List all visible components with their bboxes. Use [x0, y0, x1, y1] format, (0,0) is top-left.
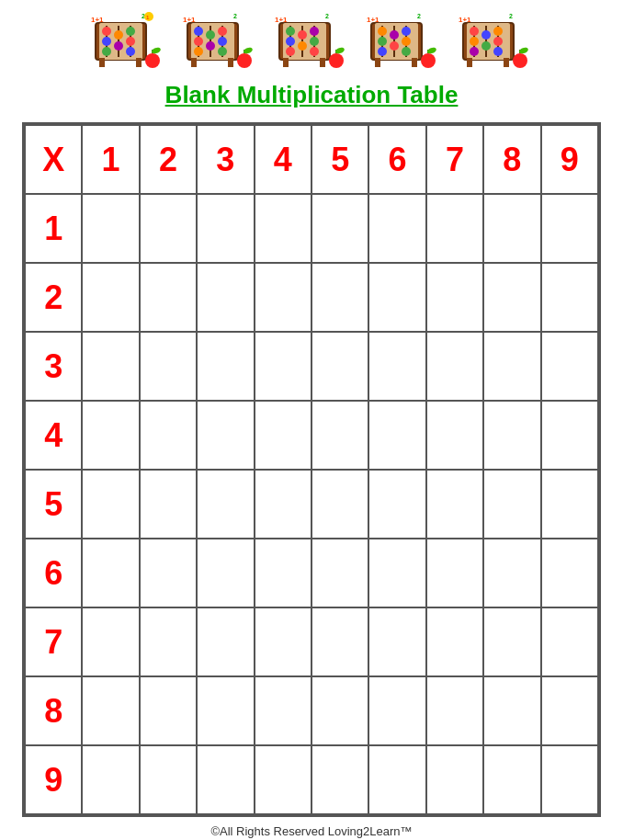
- header-cell-5: 5: [312, 125, 368, 194]
- svg-rect-55: [283, 58, 289, 67]
- table-row: 7: [25, 607, 598, 676]
- blank-cell: [140, 332, 197, 401]
- svg-point-68: [378, 37, 387, 46]
- blank-cell: [255, 676, 312, 745]
- svg-rect-95: [467, 58, 472, 67]
- header-cell-9: 9: [541, 125, 598, 194]
- blank-cell: [483, 470, 540, 539]
- row-header-5: 5: [25, 470, 82, 539]
- svg-point-97: [513, 53, 527, 68]
- svg-point-74: [402, 47, 411, 56]
- table-row: 3: [25, 332, 598, 401]
- blank-cell: [255, 194, 312, 263]
- svg-point-54: [310, 47, 319, 56]
- blank-cell: [140, 263, 197, 332]
- page-title: Blank Multiplication Table: [165, 81, 459, 109]
- blank-cell: [82, 676, 139, 745]
- blank-cell: [426, 607, 483, 676]
- row-header-8: 8: [25, 676, 82, 745]
- blank-cell: [140, 470, 197, 539]
- svg-point-37: [237, 53, 252, 68]
- table-row: 5: [25, 470, 598, 539]
- table-row: 2: [25, 263, 598, 332]
- blank-cell: [426, 676, 483, 745]
- multiplication-table: X 1 2 3 4 5 6 7 8 9 123456789: [22, 122, 601, 817]
- blank-cell: [197, 539, 254, 607]
- svg-point-51: [298, 41, 307, 51]
- table-header-row: X 1 2 3 4 5 6 7 8 9: [25, 125, 598, 194]
- blank-cell: [255, 263, 312, 332]
- svg-point-88: [470, 37, 479, 46]
- blank-cell: [426, 745, 483, 814]
- blank-cell: [541, 607, 598, 676]
- svg-point-77: [421, 53, 436, 68]
- blank-cell: [82, 401, 139, 470]
- blank-cell: [483, 332, 540, 401]
- blank-cell: [483, 745, 540, 814]
- blank-cell: [197, 401, 254, 470]
- blank-cell: [426, 263, 483, 332]
- svg-rect-14: [136, 58, 142, 67]
- svg-point-72: [402, 27, 411, 36]
- header-cell-x: X: [25, 125, 82, 194]
- svg-point-87: [470, 27, 479, 36]
- table-row: 8: [25, 676, 598, 745]
- blank-cell: [82, 263, 139, 332]
- svg-text:2: 2: [325, 13, 329, 19]
- blank-cell: [140, 194, 197, 263]
- svg-text:1+1: 1+1: [367, 16, 379, 24]
- svg-rect-35: [191, 58, 197, 67]
- blank-cell: [197, 745, 254, 814]
- blank-cell: [82, 607, 139, 676]
- blank-cell: [197, 332, 254, 401]
- svg-rect-36: [228, 58, 233, 67]
- row-header-3: 3: [25, 332, 82, 401]
- blank-cell: [197, 607, 254, 676]
- svg-point-10: [126, 27, 135, 36]
- header-cell-6: 6: [368, 125, 425, 194]
- svg-rect-56: [320, 58, 325, 67]
- blank-cell: [312, 401, 368, 470]
- abacus-icon-3: 1+1 2: [270, 9, 353, 74]
- header-cell-8: 8: [483, 125, 540, 194]
- svg-point-73: [402, 37, 411, 46]
- svg-point-71: [390, 41, 399, 51]
- blank-cell: [312, 194, 368, 263]
- blank-cell: [541, 745, 598, 814]
- header-cell-3: 3: [197, 125, 254, 194]
- svg-point-12: [126, 47, 135, 56]
- svg-point-93: [493, 37, 503, 46]
- blank-cell: [368, 401, 425, 470]
- blank-cell: [426, 470, 483, 539]
- svg-point-28: [194, 37, 203, 46]
- blank-cell: [197, 676, 254, 745]
- blank-cell: [255, 401, 312, 470]
- table-row: 4: [25, 401, 598, 470]
- blank-cell: [483, 401, 540, 470]
- svg-point-49: [286, 47, 295, 56]
- blank-cell: [368, 607, 425, 676]
- table-row: 9: [25, 745, 598, 814]
- blank-cell: [541, 539, 598, 607]
- header-icons: 1+1 2 1 1+1 2: [86, 0, 537, 81]
- svg-point-57: [329, 53, 344, 68]
- svg-point-90: [481, 30, 491, 40]
- blank-cell: [368, 194, 425, 263]
- row-header-2: 2: [25, 263, 82, 332]
- blank-cell: [140, 401, 197, 470]
- svg-point-6: [102, 37, 111, 46]
- blank-cell: [483, 539, 540, 607]
- blank-cell: [483, 194, 540, 263]
- svg-text:1+1: 1+1: [91, 16, 104, 24]
- abacus-icon-1: 1+1 2 1: [86, 9, 169, 74]
- svg-point-7: [102, 47, 111, 56]
- blank-cell: [483, 263, 540, 332]
- blank-cell: [255, 470, 312, 539]
- blank-cell: [140, 676, 197, 745]
- blank-cell: [255, 332, 312, 401]
- svg-point-67: [378, 27, 387, 36]
- svg-text:1+1: 1+1: [275, 16, 288, 24]
- svg-point-9: [114, 41, 123, 51]
- row-header-1: 1: [25, 194, 82, 263]
- blank-cell: [140, 539, 197, 607]
